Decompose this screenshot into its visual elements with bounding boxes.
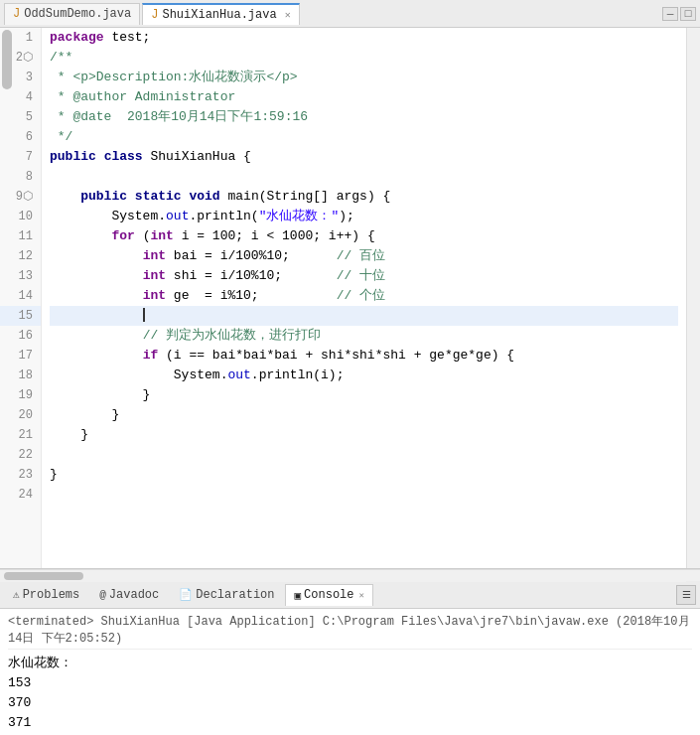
declaration-icon: 📄 <box>179 588 193 601</box>
tab-close-icon[interactable]: ✕ <box>285 9 291 21</box>
line-num-6: 6 <box>0 127 41 147</box>
line-num-15: 15 <box>0 306 41 326</box>
maximize-button[interactable]: □ <box>680 7 696 21</box>
tab-oddsumdemo-label: OddSumDemo.java <box>24 7 131 21</box>
code-line-5: * @date 2018年10月14日下午1:59:16 <box>50 107 678 127</box>
line-num-21: 21 <box>0 425 41 445</box>
bottom-bar-menu-button[interactable]: ☰ <box>676 585 696 605</box>
code-line-16: // 判定为水仙花数，进行打印 <box>50 326 678 346</box>
line-num-18: 18 <box>0 366 41 385</box>
line-num-19: 19 <box>0 385 41 405</box>
line-num-24: 24 <box>0 485 41 505</box>
bottom-bar-controls: ☰ <box>676 585 696 605</box>
tab-javadoc-label: Javadoc <box>109 588 159 602</box>
tab-console[interactable]: ▣ Console ✕ <box>285 584 372 606</box>
main-window: J OddSumDemo.java J ShuiXianHua.java ✕ —… <box>0 0 700 735</box>
code-line-19: } <box>50 385 678 405</box>
javadoc-icon: @ <box>99 589 106 601</box>
console-icon: ▣ <box>294 589 301 602</box>
code-line-6: */ <box>50 127 678 147</box>
code-line-23: } <box>50 465 678 485</box>
tab-problems[interactable]: ⚠ Problems <box>4 584 88 606</box>
editor-tab-bar: J OddSumDemo.java J ShuiXianHua.java ✕ —… <box>0 0 700 28</box>
line-num-8: 8 <box>0 167 41 187</box>
line-num-13: 13 <box>0 266 41 286</box>
tab-console-label: Console <box>304 588 353 602</box>
console-output-line-3: 371 <box>8 713 692 733</box>
code-line-12: int bai = i/100%10; // 百位 <box>50 246 678 266</box>
console-output-line-1: 153 <box>8 673 692 693</box>
line-num-17: 17 <box>0 346 41 366</box>
code-line-7: public class ShuiXianHua { <box>50 147 678 167</box>
code-line-11: for (int i = 100; i < 1000; i++) { <box>50 226 678 246</box>
line-num-23: 23 <box>0 465 41 485</box>
tab-shuixianhua-label: ShuiXianHua.java <box>162 8 276 22</box>
window-controls: — □ <box>662 7 696 21</box>
line-number-gutter: 1 2⬡ 3 4 5 6 7 8 9⬡ 10 11 12 13 14 15 16… <box>0 28 42 568</box>
code-line-13: int shi = i/10%10; // 十位 <box>50 266 678 286</box>
code-line-24 <box>50 485 678 505</box>
code-line-20: } <box>50 405 678 425</box>
line-num-22: 22 <box>0 445 41 465</box>
code-content[interactable]: package test; /** * <p>Description:水仙花数演… <box>42 28 686 568</box>
code-line-4: * @author Administrator <box>50 87 678 107</box>
line-num-7: 7 <box>0 147 41 167</box>
console-output-line-2: 370 <box>8 693 692 713</box>
code-line-17: if (i == bai*bai*bai + shi*shi*shi + ge*… <box>50 346 678 366</box>
code-line-15 <box>50 306 678 326</box>
code-line-22 <box>50 445 678 465</box>
line-num-12: 12 <box>0 246 41 266</box>
console-panel: <terminated> ShuiXianHua [Java Applicati… <box>0 609 700 735</box>
code-line-3: * <p>Description:水仙花数演示</p> <box>50 68 678 87</box>
horizontal-scrollbar[interactable] <box>0 569 700 581</box>
code-line-14: int ge = i%10; // 个位 <box>50 286 678 306</box>
line-num-14: 14 <box>0 286 41 306</box>
code-line-8 <box>50 167 678 187</box>
bottom-tab-bar: ⚠ Problems @ Javadoc 📄 Declaration ▣ Con… <box>0 581 700 609</box>
vertical-scrollbar[interactable] <box>686 28 700 568</box>
line-num-20: 20 <box>0 405 41 425</box>
console-close-icon[interactable]: ✕ <box>359 590 364 601</box>
tab-declaration-label: Declaration <box>196 588 274 602</box>
tab-shuixianhua[interactable]: J ShuiXianHua.java ✕ <box>142 3 299 25</box>
tab-declaration[interactable]: 📄 Declaration <box>170 584 283 606</box>
h-scroll-track[interactable] <box>0 570 686 582</box>
line-num-9: 9⬡ <box>0 187 41 207</box>
code-line-10: System.out.println("水仙花数："); <box>50 207 678 226</box>
code-editor: 1 2⬡ 3 4 5 6 7 8 9⬡ 10 11 12 13 14 15 16… <box>0 28 700 569</box>
console-output-line-0: 水仙花数： <box>8 654 692 673</box>
code-line-21: } <box>50 425 678 445</box>
java-file-icon: J <box>13 7 20 21</box>
code-line-1: package test; <box>50 28 678 48</box>
code-line-2: /** <box>50 48 678 68</box>
line-num-4: 4 <box>0 87 41 107</box>
tab-oddsumdemo[interactable]: J OddSumDemo.java <box>4 3 140 25</box>
scrollbar-thumb[interactable] <box>2 30 12 89</box>
console-status-line: <terminated> ShuiXianHua [Java Applicati… <box>8 613 692 650</box>
code-line-18: System.out.println(i); <box>50 366 678 385</box>
minimize-button[interactable]: — <box>662 7 678 21</box>
java-file-icon-2: J <box>151 8 158 22</box>
scroll-corner <box>686 570 700 582</box>
tab-javadoc[interactable]: @ Javadoc <box>90 584 168 606</box>
line-num-10: 10 <box>0 207 41 226</box>
problems-icon: ⚠ <box>13 588 20 601</box>
h-scroll-thumb[interactable] <box>4 572 83 580</box>
tab-problems-label: Problems <box>23 588 80 602</box>
line-num-5: 5 <box>0 107 41 127</box>
line-num-16: 16 <box>0 326 41 346</box>
line-num-11: 11 <box>0 226 41 246</box>
code-line-9: public static void main(String[] args) { <box>50 187 678 207</box>
console-output: 水仙花数： 153 370 371 407 <box>8 654 692 735</box>
